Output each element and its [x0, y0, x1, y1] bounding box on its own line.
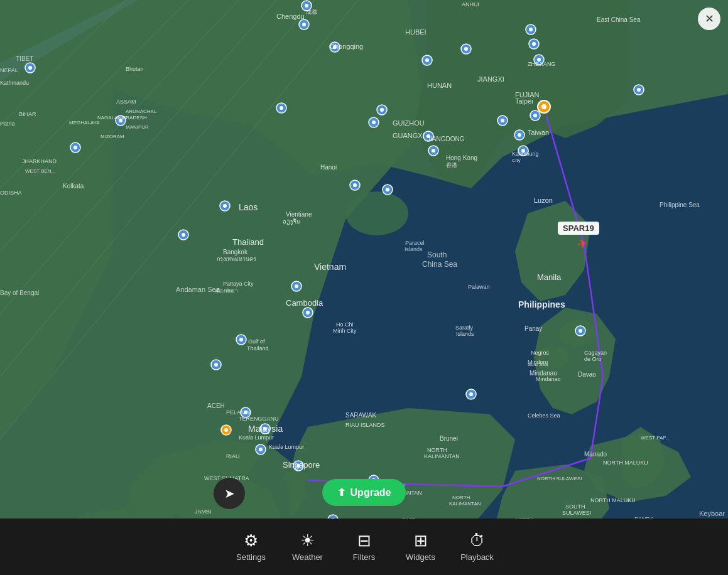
svg-text:Kathmandu: Kathmandu — [0, 80, 29, 86]
svg-text:Vientiane: Vientiane — [286, 211, 312, 218]
svg-text:MEGHALAYA: MEGHALAYA — [69, 120, 100, 126]
svg-point-46 — [464, 47, 468, 51]
svg-point-70 — [372, 121, 376, 124]
svg-text:JIANGDONG: JIANGDONG — [427, 136, 465, 142]
svg-text:GUIZHOU: GUIZHOU — [393, 119, 425, 127]
upgrade-button[interactable]: ⬆ Upgrade — [322, 479, 406, 506]
toolbar-item-filters[interactable]: ⊟ Filters — [336, 519, 393, 575]
svg-text:Mindanao: Mindanao — [536, 376, 561, 382]
svg-text:ARUNACHAL: ARUNACHAL — [126, 109, 157, 114]
svg-text:Pattaya City: Pattaya City — [223, 281, 254, 287]
svg-text:Laos: Laos — [239, 202, 258, 212]
svg-point-60 — [518, 133, 521, 137]
svg-text:ACEH: ACEH — [207, 402, 225, 409]
svg-text:WEST PAP...: WEST PAP... — [641, 435, 670, 441]
svg-text:Negros: Negros — [531, 350, 550, 356]
svg-text:Palawan: Palawan — [468, 284, 490, 290]
flight-label: SPAR19 — [558, 222, 599, 235]
svg-text:Manila: Manila — [537, 272, 562, 282]
svg-text:NORTH MALUKU: NORTH MALUKU — [603, 459, 648, 466]
svg-text:Bhutan: Bhutan — [126, 66, 144, 72]
toolbar-item-settings[interactable]: ⚙ Settings — [223, 519, 280, 575]
svg-text:ANHUI: ANHUI — [462, 1, 479, 8]
svg-point-18 — [280, 106, 283, 110]
svg-text:NORTH: NORTH — [427, 447, 447, 453]
svg-point-44 — [425, 58, 429, 62]
filters-icon: ⊟ — [357, 532, 371, 549]
svg-text:JIANGXI: JIANGXI — [477, 75, 504, 83]
svg-point-66 — [353, 183, 357, 187]
svg-point-78 — [579, 329, 582, 333]
svg-text:香港: 香港 — [446, 162, 457, 168]
svg-text:East China Sea: East China Sea — [597, 16, 641, 23]
svg-text:KALIMANTAN: KALIMANTAN — [424, 453, 460, 459]
svg-point-52 — [533, 114, 537, 117]
svg-text:South: South — [427, 250, 447, 259]
svg-text:Philippine Sea: Philippine Sea — [660, 202, 700, 208]
svg-text:PRADESH: PRADESH — [122, 115, 147, 121]
svg-text:Kuala Lumpur: Kuala Lumpur — [269, 444, 304, 450]
svg-point-84 — [541, 104, 546, 109]
svg-text:Saratly: Saratly — [455, 325, 474, 331]
svg-text:MANIPUR: MANIPUR — [126, 124, 149, 130]
close-button[interactable]: ✕ — [698, 8, 720, 30]
svg-point-76 — [469, 392, 473, 396]
widgets-icon: ⊞ — [414, 532, 428, 549]
svg-text:Luzon: Luzon — [534, 196, 553, 204]
svg-text:Cambodia: Cambodia — [286, 298, 323, 308]
svg-text:Andaman Sea: Andaman Sea — [176, 286, 220, 293]
svg-text:JAMBI: JAMBI — [195, 508, 212, 515]
svg-text:ASSAM: ASSAM — [116, 99, 136, 105]
svg-text:Malaysia: Malaysia — [248, 424, 283, 434]
svg-point-48 — [529, 28, 533, 31]
svg-text:Philippines: Philippines — [518, 299, 565, 309]
svg-text:Cagayan: Cagayan — [584, 350, 607, 356]
svg-text:Islands: Islands — [456, 331, 474, 337]
svg-text:FUJIAN: FUJIAN — [515, 91, 540, 99]
svg-point-2 — [345, 191, 408, 235]
svg-text:Islands: Islands — [405, 246, 423, 252]
svg-text:Chongqing: Chongqing — [330, 43, 363, 50]
svg-text:Brunei: Brunei — [440, 435, 458, 442]
svg-text:Hanoi: Hanoi — [320, 164, 337, 171]
svg-text:WEST BEN...: WEST BEN... — [25, 168, 55, 174]
svg-text:Vietnam: Vietnam — [314, 262, 346, 272]
svg-text:SULAWESI: SULAWESI — [562, 510, 591, 516]
toolbar-item-playback[interactable]: ⏱ Playback — [449, 519, 506, 575]
svg-text:NORTH: NORTH — [452, 495, 470, 500]
svg-text:MIZORAM: MIZORAM — [101, 134, 124, 139]
keyboard-watermark: Keyboar — [699, 510, 725, 517]
svg-point-58 — [380, 108, 384, 112]
svg-text:Panay: Panay — [524, 325, 542, 332]
toolbar-item-weather[interactable]: ☀ Weather — [280, 519, 336, 575]
svg-point-74 — [432, 149, 435, 153]
svg-point-14 — [182, 233, 185, 237]
svg-text:PELANGI: PELANGI — [226, 409, 251, 416]
svg-text:KALIMANTAN: KALIMANTAN — [449, 501, 481, 507]
svg-text:Paracel: Paracel — [405, 240, 425, 246]
widgets-label: Widgets — [406, 552, 435, 562]
settings-icon: ⚙ — [244, 532, 258, 549]
settings-label: Settings — [236, 552, 266, 562]
svg-text:Ho Chi: Ho Chi — [336, 321, 354, 328]
flight-callsign: SPAR19 — [563, 223, 594, 233]
toolbar-item-widgets[interactable]: ⊞ Widgets — [393, 519, 449, 575]
svg-text:BIHAR: BIHAR — [19, 111, 36, 117]
svg-text:Kaohsiung: Kaohsiung — [512, 151, 539, 157]
svg-text:NORTH MALUKU: NORTH MALUKU — [590, 497, 636, 503]
weather-icon: ☀ — [300, 532, 315, 549]
svg-text:City: City — [512, 158, 521, 163]
svg-point-12 — [73, 146, 77, 149]
svg-text:Thailand: Thailand — [232, 237, 264, 247]
svg-text:Celebes Sea: Celebes Sea — [528, 412, 560, 419]
svg-point-28 — [224, 428, 228, 432]
keyboard-text: Keyboar — [699, 510, 725, 517]
playback-label: Playback — [460, 552, 494, 562]
svg-text:NAGALAND: NAGALAND — [97, 115, 125, 121]
filters-label: Filters — [353, 552, 375, 562]
toolbar: ⚙ Settings ☀ Weather ⊟ Filters ⊞ Widgets… — [0, 519, 728, 575]
svg-text:Manado: Manado — [584, 451, 607, 458]
location-button[interactable]: ➤ — [214, 478, 245, 509]
svg-text:Singapore: Singapore — [283, 460, 320, 470]
svg-text:Kolkata: Kolkata — [63, 183, 84, 190]
